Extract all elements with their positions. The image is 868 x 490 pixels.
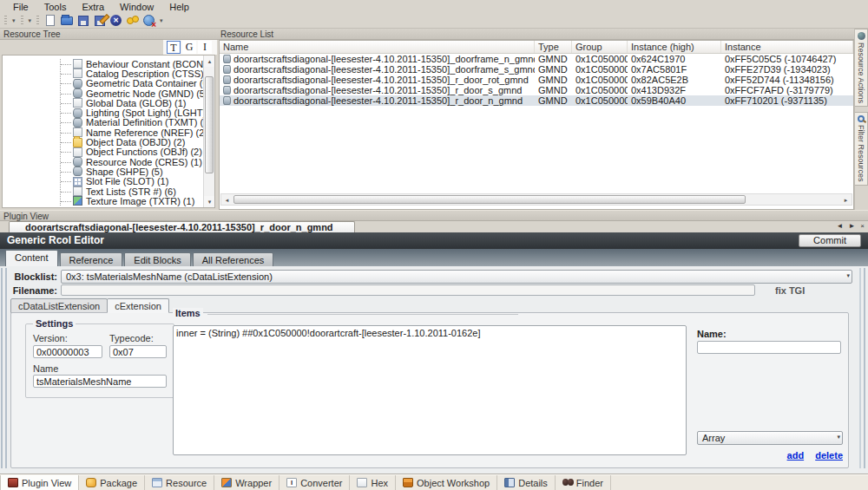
menu-window[interactable]: Window [112,1,161,13]
next-tab-icon[interactable]: ► [848,221,855,232]
toolbar-overflow-icon[interactable]: ▾ [157,15,166,27]
block-name-field[interactable] [33,375,167,388]
tree-item-ctss[interactable]: Catalog Description (CTSS) (1) [61,69,214,78]
tree-item-bcon[interactable]: Behaviour Constant (BCON) (1) [61,59,214,69]
tab-all-references[interactable]: All References [193,252,274,266]
tree-item-label: Texture Image (TXTR) (1) [86,196,194,206]
scroll-up-icon[interactable]: ▴ [204,56,215,67]
web-download-button[interactable] [141,14,157,28]
tree-item-gmnd[interactable]: Geometric Node (GMND) (5) [61,88,214,98]
blocklist-select[interactable]: 0x3: tsMaterialsMeshName (cDataListExten… [61,270,852,284]
menu-file[interactable]: File [5,1,36,13]
document-tab[interactable]: doorartscraftsdiagonal-[leesester-4.10.2… [9,221,355,232]
column-header-instance-high[interactable]: Instance (high) [628,41,721,53]
save-package-button[interactable] [75,14,91,28]
dock-tab-hex[interactable]: Hex [350,475,396,490]
dock-tab-object-workshop[interactable]: Object Workshop [396,475,497,490]
menu-help[interactable]: Help [161,1,197,13]
hex-page-icon [357,478,367,487]
tree-item-cres[interactable]: Resource Node (CRES) (1) [61,157,214,167]
plugin-view-icon [8,478,18,487]
version-field[interactable] [33,345,102,358]
menu-extra[interactable]: Extra [74,1,112,13]
item-name-field[interactable] [697,341,841,354]
dock-tab-plugin-view[interactable]: Plugin View [0,475,79,490]
scroll-left-icon[interactable]: ◂ [221,194,233,205]
save-as-button[interactable] [91,14,108,28]
list-item[interactable]: inner = (String) ##0x1C050000!doorartcra… [176,328,683,338]
item-type-select[interactable]: Array ▾ [697,431,843,445]
tab-content[interactable]: Content [5,250,58,266]
tree-vertical-scrollbar[interactable]: ▴ ▾ [203,56,214,207]
commit-button[interactable]: Commit [799,234,861,247]
resource-actions-tab[interactable]: Resource Actions [855,29,868,107]
tree-item-gmdc[interactable]: Geometric Data Container (GMDC) (5) [61,79,214,88]
column-header-group[interactable]: Group [572,41,628,53]
column-header-name[interactable]: Name [220,41,535,53]
scroll-down-icon[interactable]: ▾ [204,196,215,207]
toolbar-overflow-icon[interactable]: ▾ [26,15,35,27]
filename-field[interactable] [61,284,755,296]
close-tab-icon[interactable]: × [860,221,865,232]
close-package-button[interactable]: ✕ [108,14,124,28]
typecode-field[interactable] [109,345,167,358]
toolbar-grip[interactable] [21,16,23,26]
menu-tools[interactable]: Tools [36,1,75,13]
tree-item-txtr[interactable]: Texture Image (TXTR) (1) [61,196,214,206]
prev-tab-icon[interactable]: ◄ [836,221,843,232]
table-row[interactable]: doorartscraftsdiagonal-[leesester-4.10.2… [220,54,853,64]
tree-item-glob[interactable]: Global Data (GLOB) (1) [61,98,214,108]
tree-item-txmt[interactable]: Material Definition (TXMT) (2) [61,118,214,127]
fix-tgi-label[interactable]: fix TGI [775,285,805,296]
scroll-right-icon[interactable]: ▸ [840,194,852,205]
filter-resources-tab[interactable]: Filter Resources [855,112,868,186]
tree-item-objd[interactable]: Object Data (OBJD) (2) [61,137,214,147]
menu-bar: File Tools Extra Window Help [0,0,868,13]
items-listbox[interactable]: inner = (String) ##0x1C050000!doorartcra… [173,325,687,455]
table-row[interactable]: doorartscraftsdiagonal-[leesester-4.10.2… [220,75,853,85]
tree-item-shpe[interactable]: Shape (SHPE) (5) [61,167,214,176]
cell-group: 0x1C050000 [572,75,628,85]
view-by-type-button[interactable]: T [167,41,181,54]
tree-item-nref[interactable]: Name Reference (NREF) (2) [61,127,214,137]
column-header-instance[interactable]: Instance [721,41,853,53]
dock-tab-package[interactable]: Package [79,475,145,490]
scrollbar-thumb[interactable] [233,195,746,204]
open-package-button[interactable] [58,14,75,28]
dock-tab-converter[interactable]: IConverter [279,475,350,490]
toolbar-grip[interactable] [4,16,7,26]
new-package-button[interactable] [42,14,58,28]
view-by-group-button[interactable]: G [182,41,196,54]
blocklist-label: Blocklist: [0,271,57,282]
editor-content: Blocklist: 0x3: tsMaterialsMeshName (cDa… [0,266,868,474]
item-actions: add delete [697,450,843,461]
tree-item-slot[interactable]: Slot File (SLOT) (1) [61,177,214,186]
list-horizontal-scrollbar[interactable]: ◂ ▸ [220,193,852,206]
cell-instance-high: 0x624C1970 [628,54,721,64]
resource-tree[interactable]: Behaviour Constant (BCON) (1) Catalog De… [2,55,215,208]
tree-item-objf[interactable]: Object Functions (OBJf) (2) [61,147,214,157]
tab-reference[interactable]: Reference [60,252,123,266]
scrollbar-thumb[interactable] [205,76,214,173]
tab-cdatalistextension[interactable]: cDataListExtension [10,298,108,313]
tree-item-label: Shape (SHPE) (5) [86,167,163,177]
table-row-selected[interactable]: doorartscraftsdiagonal-[leesester-4.10.2… [220,95,853,106]
delete-link[interactable]: delete [815,450,843,461]
tab-cextension[interactable]: cExtension [107,298,169,313]
column-header-type[interactable]: Type [535,41,572,53]
dock-tab-resource[interactable]: Resource [145,475,214,490]
tab-edit-blocks[interactable]: Edit Blocks [124,252,190,266]
toolbar-overflow-icon[interactable]: ▾ [10,15,18,27]
dock-tab-finder[interactable]: Finder [556,475,611,490]
add-link[interactable]: add [787,450,805,461]
tree-item-str[interactable]: Text Lists (STR #) (6) [61,186,214,196]
view-by-instance-button[interactable]: I [198,41,212,54]
tree-item-lght[interactable]: Lighting (Spot Light) (LGHT) (2) [61,108,214,117]
table-row[interactable]: doorartscraftsdiagonal-[leesester-4.10.2… [220,64,853,75]
sim-browser-button[interactable] [124,14,141,28]
toolbar-grip[interactable] [36,16,39,26]
dock-tab-details[interactable]: Details [497,475,556,490]
block-inner-tabs: cDataListExtension cExtension [10,298,168,313]
table-row[interactable]: doorartscraftsdiagonal-[leesester-4.10.2… [220,85,853,95]
dock-tab-wrapper[interactable]: Wrapper [214,475,279,490]
